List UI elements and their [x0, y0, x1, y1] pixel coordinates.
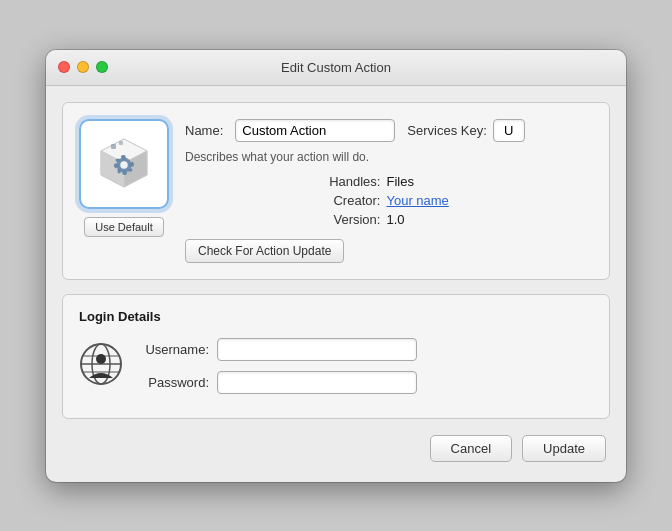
- update-button[interactable]: Update: [522, 435, 606, 462]
- services-key-area: Services Key:: [407, 119, 524, 142]
- meta-table: Handles: Files Creator: Your name Versio…: [185, 174, 593, 227]
- svg-rect-15: [116, 158, 121, 161]
- services-key-input[interactable]: [493, 119, 525, 142]
- svg-point-5: [120, 161, 128, 169]
- icon-area: Use Default: [79, 119, 169, 237]
- title-bar: Edit Custom Action: [46, 50, 626, 86]
- svg-rect-13: [118, 168, 121, 173]
- main-window: Edit Custom Action: [46, 50, 626, 482]
- info-area: Name: Services Key: Describes what your …: [185, 119, 593, 263]
- svg-rect-17: [111, 144, 116, 149]
- handles-value: Files: [386, 174, 593, 189]
- version-label: Version:: [185, 212, 380, 227]
- password-label: Password:: [139, 375, 209, 390]
- login-icon: [79, 342, 123, 386]
- window-title: Edit Custom Action: [281, 60, 391, 75]
- login-section-title: Login Details: [79, 309, 593, 324]
- check-update-button[interactable]: Check For Action Update: [185, 239, 344, 263]
- password-input[interactable]: [217, 371, 417, 394]
- minimize-button[interactable]: [77, 61, 89, 73]
- name-label: Name:: [185, 123, 223, 138]
- creator-label: Creator:: [185, 193, 380, 208]
- action-icon: [89, 129, 159, 199]
- use-default-button[interactable]: Use Default: [84, 217, 163, 237]
- traffic-lights: [58, 61, 108, 73]
- login-section: Login Details: [62, 294, 610, 419]
- bottom-buttons: Cancel Update: [62, 435, 610, 466]
- username-input[interactable]: [217, 338, 417, 361]
- svg-rect-11: [128, 168, 133, 171]
- description-text: Describes what your action will do.: [185, 150, 593, 164]
- version-value: 1.0: [386, 212, 593, 227]
- svg-rect-18: [119, 141, 123, 145]
- creator-value[interactable]: Your name: [386, 193, 593, 208]
- window-content: Use Default Name: Services Key: Describe…: [46, 86, 626, 482]
- svg-point-24: [96, 354, 106, 364]
- top-section: Use Default Name: Services Key: Describe…: [62, 102, 610, 280]
- close-button[interactable]: [58, 61, 70, 73]
- login-fields: Username: Password:: [139, 338, 593, 404]
- login-inner: Username: Password:: [79, 338, 593, 404]
- username-row: Username:: [139, 338, 593, 361]
- cancel-button[interactable]: Cancel: [430, 435, 512, 462]
- handles-label: Handles:: [185, 174, 380, 189]
- username-label: Username:: [139, 342, 209, 357]
- name-input[interactable]: [235, 119, 395, 142]
- maximize-button[interactable]: [96, 61, 108, 73]
- name-row: Name: Services Key:: [185, 119, 593, 142]
- services-key-label: Services Key:: [407, 123, 486, 138]
- action-icon-box: [79, 119, 169, 209]
- password-row: Password:: [139, 371, 593, 394]
